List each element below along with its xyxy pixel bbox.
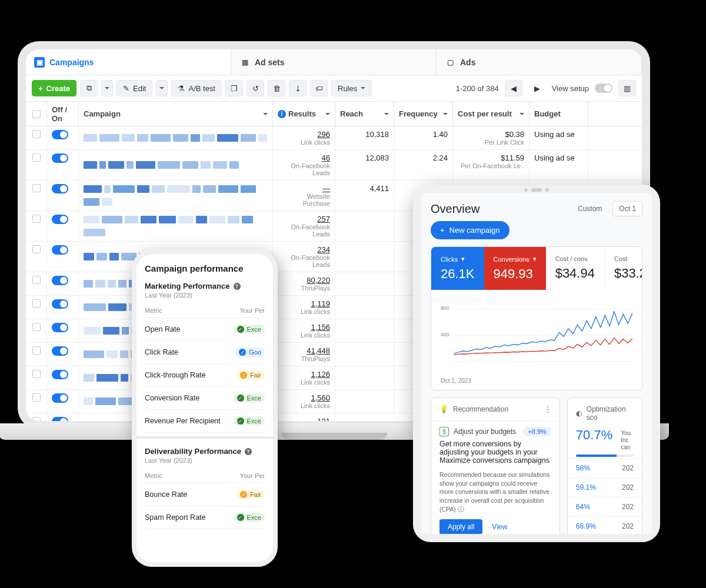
edit-button[interactable]: ✎ Edit	[116, 80, 152, 96]
status-toggle[interactable]	[52, 346, 68, 356]
metric-row[interactable]: Click-through Rate!Fair	[145, 364, 265, 387]
status-toggle[interactable]	[52, 215, 68, 224]
rules-label: Rules	[338, 84, 357, 93]
metric-row[interactable]: Revenue Per Recipient✓Exce	[145, 410, 265, 433]
page-prev[interactable]: ◀	[505, 80, 522, 96]
row-checkbox[interactable]	[32, 130, 41, 138]
abtest-button[interactable]: ⚗ A/B test	[171, 80, 222, 96]
kpi-conversions[interactable]: Conversions▾ 949.93	[484, 247, 546, 290]
metric-row[interactable]: Open Rate✓Exce	[145, 318, 265, 341]
row-checkbox[interactable]	[32, 245, 41, 253]
table-row[interactable]: 46On-Facebook Leads12,0832.24$11.59Per O…	[26, 150, 642, 181]
status-toggle[interactable]	[52, 130, 68, 139]
status-toggle[interactable]	[52, 323, 68, 332]
status-toggle[interactable]	[52, 245, 68, 255]
opt-history-row[interactable]: 68.9%202	[568, 516, 642, 534]
status-toggle[interactable]	[52, 184, 68, 193]
result-value: 46	[322, 153, 330, 162]
status-toggle[interactable]	[52, 393, 68, 403]
rules-button[interactable]: Rules	[331, 80, 372, 96]
metric-label: Open Rate	[145, 325, 180, 333]
level-tabs: ▣ Campaigns ▦ Ad sets ▢ Ads	[26, 49, 642, 75]
delete-button[interactable]: 🗑	[268, 80, 285, 96]
table-row[interactable]: 296Link clicks10,3181.40$0.38Per Link Cl…	[26, 126, 642, 150]
status-toggle[interactable]	[52, 276, 68, 285]
row-checkbox[interactable]	[32, 276, 41, 284]
metric-row[interactable]: Conversion Rate✓Exce	[145, 387, 265, 410]
apply-all-button[interactable]: Apply all	[439, 519, 482, 534]
row-checkbox[interactable]	[32, 346, 41, 355]
row-checkbox[interactable]	[32, 299, 41, 308]
duplicate-button[interactable]: ⧉	[80, 80, 98, 96]
help-icon[interactable]: ⓘ	[458, 506, 464, 513]
metric-label: Click Rate	[145, 348, 178, 356]
cpr-value: $0.38	[505, 130, 524, 139]
metric-row[interactable]: Spam Report Rate✓Exce	[145, 506, 265, 529]
col-metric: Metric	[145, 307, 162, 314]
sort-icon[interactable]	[384, 113, 389, 118]
view-button[interactable]: View	[492, 523, 507, 531]
tab-ads[interactable]: ▢ Ads	[437, 49, 642, 75]
columns-button[interactable]: ▥	[618, 80, 636, 96]
recommendation-card: 💡 Recommendation ⋮ $ Adjust your budgets…	[431, 397, 560, 534]
undo-button[interactable]: ↺	[247, 80, 264, 96]
info-icon[interactable]: ?	[234, 283, 241, 290]
export-button[interactable]: ⤓	[289, 80, 307, 96]
campaign-name-redacted[interactable]	[84, 215, 268, 238]
opt-history-row[interactable]: 59.1%202	[568, 477, 642, 497]
campaign-name-redacted[interactable]	[84, 184, 268, 207]
kpi-cost[interactable]: Cost $33.2	[604, 247, 642, 290]
status-toggle[interactable]	[52, 417, 68, 421]
col-budget: Budget	[534, 109, 561, 118]
daterange-picker[interactable]: Oct 1	[612, 201, 642, 216]
row-checkbox[interactable]	[32, 215, 41, 223]
opt-history-row[interactable]: 64%202	[568, 497, 642, 516]
duplicate-menu[interactable]	[101, 80, 113, 96]
sort-icon[interactable]	[519, 113, 524, 118]
info-icon[interactable]: ?	[245, 448, 252, 455]
row-checkbox[interactable]	[32, 184, 41, 192]
tab-adsets[interactable]: ▦ Ad sets	[231, 49, 437, 75]
edit-menu[interactable]	[156, 80, 168, 96]
rec-title: Adjust your budgets	[454, 427, 516, 436]
row-checkbox[interactable]	[32, 323, 41, 331]
more-icon[interactable]: ⋮	[544, 405, 551, 413]
opt-history-row[interactable]: 58%202	[568, 458, 642, 477]
performance-pill: !Fair	[237, 490, 265, 499]
row-checkbox[interactable]	[32, 153, 41, 162]
tab-campaigns[interactable]: ▣ Campaigns	[26, 49, 231, 75]
sort-icon[interactable]	[325, 113, 330, 118]
cpr-label: Per Link Click	[458, 139, 524, 146]
select-all-checkbox[interactable]	[32, 110, 41, 118]
copy-button[interactable]: ❐	[225, 80, 243, 96]
new-campaign-button[interactable]: + New campaign	[431, 221, 509, 239]
create-button[interactable]: + Create	[32, 80, 76, 96]
sort-icon[interactable]	[443, 113, 448, 118]
metric-row[interactable]: Click Rate✓Goo	[145, 341, 265, 364]
status-toggle[interactable]	[52, 299, 68, 309]
viewsetup-toggle[interactable]	[595, 83, 612, 93]
sort-icon[interactable]	[263, 113, 268, 118]
row-checkbox[interactable]	[32, 417, 41, 421]
kpi-costperconv[interactable]: Cost / conv. $34.94	[546, 247, 604, 290]
row-checkbox[interactable]	[32, 393, 41, 402]
opt-year: 202	[622, 483, 634, 492]
kpi-clicks[interactable]: Clicks▾ 26.1K	[431, 247, 484, 290]
speedometer-icon: ◐	[576, 409, 582, 417]
result-label: Website Purchase	[278, 193, 330, 207]
metric-row[interactable]: Bounce Rate!Fair	[145, 483, 265, 506]
trash-icon: 🗑	[273, 84, 281, 93]
card-title: Recommendation	[453, 405, 508, 413]
status-toggle[interactable]	[52, 370, 68, 379]
line-chart: 800 400	[441, 297, 632, 373]
campaign-name-redacted[interactable]	[84, 153, 268, 176]
export-icon: ⤓	[295, 84, 301, 93]
table-header: Off / On Campaign iResults Reach Frequen…	[26, 102, 642, 126]
custom-label[interactable]: Custom	[572, 202, 608, 216]
campaign-name-redacted[interactable]	[84, 130, 268, 146]
viewsetup-label: View setup	[552, 84, 589, 93]
row-checkbox[interactable]	[32, 370, 41, 378]
tag-button[interactable]: 🏷	[310, 80, 328, 96]
page-next[interactable]: ▶	[528, 80, 546, 96]
status-toggle[interactable]	[52, 153, 68, 163]
